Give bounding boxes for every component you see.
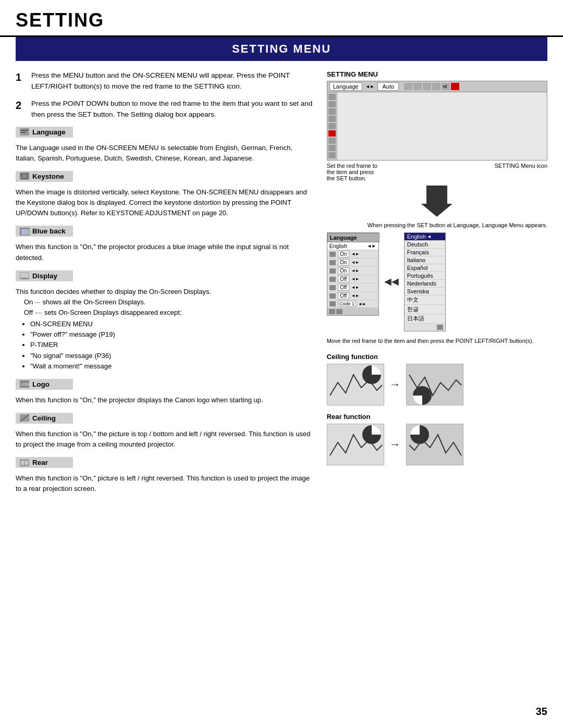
lang-item-espanol: Español <box>405 264 445 272</box>
side-icons <box>327 92 337 160</box>
blueback-text: When this function is "On," the projecto… <box>16 242 314 263</box>
rear-after-image <box>406 424 463 465</box>
svg-rect-31 <box>328 152 336 158</box>
sm-arrow-4: ◄► <box>351 277 360 281</box>
sm-val-5: Off <box>338 284 349 291</box>
blueback-icon <box>20 228 29 235</box>
bullet-5: "Wait a moment!" message <box>30 361 314 372</box>
svg-rect-35 <box>437 325 443 330</box>
language-text: The Language used in the ON-SCREEN MENU … <box>16 143 314 164</box>
display-off: Off ···· sets On-Screen Displays disappe… <box>24 307 314 318</box>
sm-val-1: On <box>338 251 349 257</box>
ceiling-function-section: Ceiling function → <box>327 353 547 405</box>
side-icon-4 <box>328 116 336 122</box>
toolbar-icon-speaker <box>442 83 450 90</box>
annotation-line-2: the item and press <box>327 169 435 175</box>
step-2-number: 2 <box>16 98 27 120</box>
arrow-annotation: When pressing the SET button at Language… <box>327 221 547 229</box>
sm-icon-1 <box>329 252 336 257</box>
ceiling-before-image <box>327 364 384 405</box>
rear-function-title: Rear function <box>327 413 547 421</box>
bottom-icon-row <box>327 308 378 315</box>
menu-content-area <box>337 92 547 160</box>
svg-rect-24 <box>328 101 336 107</box>
sm-row-2: On ◄► <box>327 258 378 267</box>
side-icon-3 <box>328 108 336 115</box>
page-number: 35 <box>536 706 547 718</box>
feature-header-logo: LOGO Logo <box>16 379 73 390</box>
bullet-2: "Power off?" message (P19) <box>30 329 314 340</box>
display-intro: This function decides whether to display… <box>16 288 211 295</box>
svg-marker-3 <box>21 174 28 179</box>
svg-rect-23 <box>328 94 336 100</box>
step-2-text: Press the POINT DOWN button to move the … <box>31 98 314 120</box>
toolbar-icon-3 <box>423 83 431 90</box>
sm-icon-3 <box>329 268 336 274</box>
down-arrow <box>327 186 547 218</box>
keystone-text: When the image is distorted vertically, … <box>16 187 314 218</box>
keystone-title: Keystone <box>32 172 64 180</box>
rear-text: When this function is "On," picture is l… <box>16 473 314 494</box>
sm-val-6: Off <box>338 292 349 299</box>
keystone-icon <box>20 172 29 180</box>
svg-rect-34 <box>336 309 342 314</box>
step-2: 2 Press the POINT DOWN button to move th… <box>16 98 314 120</box>
display-on: On ··· shows all the On-Screen Displays. <box>24 297 314 307</box>
feature-header-display: Display <box>16 270 73 281</box>
ceiling-text: When this function is "On," the picture … <box>16 429 314 450</box>
svg-rect-26 <box>328 116 336 122</box>
rear-icon <box>20 459 29 466</box>
sm-icon-6 <box>329 293 336 299</box>
rear-title: Rear <box>32 459 48 466</box>
lang-current-value: English <box>329 243 367 249</box>
feature-blueback: Blue back When this function is "On," th… <box>16 226 314 263</box>
svg-rect-1 <box>21 130 28 131</box>
page-title: SETTING <box>16 9 547 31</box>
lang-item-deutsch: Deutsch <box>405 241 445 249</box>
sm-icon-5 <box>329 285 336 290</box>
ceiling-icon <box>20 414 29 422</box>
display-title: Display <box>32 272 57 280</box>
svg-marker-32 <box>421 186 452 217</box>
display-icon <box>20 272 29 279</box>
right-column: SETTING MENU Language ◄► Auto <box>327 70 547 502</box>
sm-row-3: On ◄► <box>327 267 378 275</box>
small-menu-rows: On ◄► On ◄► On ◄► Off <box>327 250 378 308</box>
step-1-text: Press the MENU button and the ON-SCREEN … <box>31 70 314 92</box>
step-1-number: 1 <box>16 70 27 92</box>
rear-function-section: Rear function → <box>327 413 547 465</box>
rear-before-image <box>327 424 384 465</box>
menu-bar-value: Auto <box>377 82 399 91</box>
lang-list-right: English Deutsch Français Italiano Españo… <box>404 232 446 331</box>
sm-icon-2 <box>329 260 336 265</box>
sm-row-6: Off ◄► <box>327 292 378 300</box>
lang-center-arrows: ◀◀ <box>384 276 399 288</box>
svg-rect-33 <box>329 309 335 314</box>
svg-rect-25 <box>328 108 336 115</box>
toolbar-icon-active <box>451 83 459 90</box>
step-1: 1 Press the MENU button and the ON-SCREE… <box>16 70 314 92</box>
bullet-1: ON-SCREEN MENU <box>30 319 314 329</box>
lang-item-nederlands: Nederlands <box>405 280 445 288</box>
menu-bar-label: Language <box>329 82 362 91</box>
annotation-line-1: Set the red frame to <box>327 163 435 169</box>
rear-function-images: → <box>327 424 547 465</box>
blueback-title: Blue back <box>32 227 66 235</box>
lang-item-chinese: 中文 <box>405 295 445 305</box>
arrow-left: ◀◀ <box>384 276 399 287</box>
annotation-line-3: the SET button. <box>327 175 435 181</box>
side-icon-8 <box>328 145 336 151</box>
bullet-4: "No signal" message (P36) <box>30 351 314 361</box>
toolbar-icon-1 <box>404 83 412 90</box>
rear-arrow: → <box>389 438 401 451</box>
svg-rect-7 <box>20 273 29 278</box>
side-icon-2 <box>328 101 336 107</box>
bottom-icon-1 <box>329 309 335 314</box>
toolbar-icons <box>404 83 459 90</box>
menu-bar-top: Language ◄► Auto <box>327 81 547 92</box>
svg-rect-17 <box>413 83 422 90</box>
ceiling-after-svg <box>407 364 463 405</box>
lang-list-icon <box>437 325 443 330</box>
lang-item-english: English <box>405 233 445 241</box>
sm-icon-7 <box>329 301 336 306</box>
